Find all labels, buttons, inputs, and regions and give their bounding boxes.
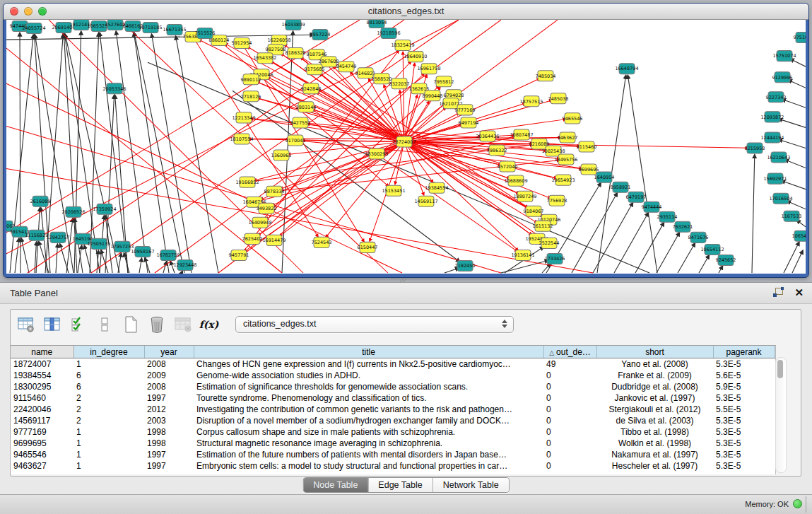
graph-edge[interactable] <box>635 223 664 273</box>
graph-edge[interactable] <box>572 192 618 272</box>
graph-node[interactable]: 7986322 <box>487 145 507 156</box>
graph-node[interactable]: 8454749 <box>336 62 357 72</box>
scrollbar-thumb[interactable] <box>777 360 783 378</box>
graph-node[interactable]: 12213349 <box>232 112 255 123</box>
graph-edge[interactable] <box>628 75 657 273</box>
table-vertical-scrollbar[interactable] <box>775 357 787 473</box>
tab-edge-table[interactable]: Edge Table <box>368 478 433 492</box>
graph-node[interactable]: 2718126 <box>241 91 261 102</box>
graph-edge[interactable] <box>134 33 184 273</box>
graph-node[interactable]: 9245652 <box>716 255 736 265</box>
close-panel-icon[interactable]: ✕ <box>794 287 804 298</box>
graph-node[interactable]: 5912954 <box>232 38 252 49</box>
graph-edge[interactable] <box>699 255 710 273</box>
column-header-title[interactable]: title <box>194 346 543 358</box>
node-table[interactable]: namein_degreeyeartitle△out_de…shortpager… <box>11 345 776 474</box>
graph-edge[interactable] <box>21 238 29 273</box>
graph-edge[interactable] <box>56 244 57 273</box>
graph-edge[interactable] <box>139 258 142 273</box>
graph-node[interactable]: 12942757 <box>46 232 69 243</box>
network-view-window[interactable]: citations_edges.txt 18724007756382288601… <box>4 4 808 277</box>
graph-edge[interactable] <box>788 80 806 88</box>
graph-node[interactable]: 9699695 <box>579 164 599 175</box>
graph-node[interactable]: 9457791 <box>229 250 249 260</box>
row-height-icon[interactable] <box>95 315 114 334</box>
graph-node[interactable]: 6150447 <box>358 242 378 252</box>
graph-node[interactable]: 9115460 <box>577 141 597 152</box>
graph-node[interactable]: 17359924 <box>93 204 116 214</box>
table-row[interactable]: 911546021997Tourette syndrome. Phenomeno… <box>11 392 775 404</box>
graph-node[interactable]: 8427552 <box>290 117 311 128</box>
graph-node[interactable]: 8322037 <box>389 78 410 89</box>
graph-node[interactable]: 18757515 <box>519 96 543 107</box>
graph-node[interactable]: 20206526 <box>61 206 85 217</box>
graph-node[interactable]: 6479197 <box>626 192 647 202</box>
graph-node[interactable]: 16782759 <box>156 250 180 260</box>
graph-node[interactable]: 15692971 <box>763 173 787 184</box>
graph-edge[interactable] <box>784 160 806 168</box>
graph-node[interactable]: 16671355 <box>163 25 186 35</box>
graph-node[interactable]: 7524543 <box>312 237 332 247</box>
graph-edge[interactable] <box>404 95 418 142</box>
graph-node[interactable]: 12093872 <box>760 112 784 122</box>
table-row[interactable]: 2242004622012Investigating the contribut… <box>11 404 775 415</box>
graph-node[interactable]: 8215958 <box>745 143 765 153</box>
delete-icon[interactable] <box>147 315 166 334</box>
table-row[interactable]: 1872400712008Changes of HCN gene express… <box>11 358 775 370</box>
graph-node[interactable]: 3493822 <box>257 203 277 214</box>
column-header-year[interactable]: year <box>144 346 194 358</box>
table-row[interactable]: 1456911722003Disruption of a novel membe… <box>11 415 775 426</box>
graph-node[interactable]: 19654923 <box>551 175 575 185</box>
table-row[interactable]: 969969511998Structural magnetic resonanc… <box>11 438 775 449</box>
graph-node[interactable]: 9751074 <box>794 33 806 43</box>
graph-edge[interactable] <box>719 266 723 273</box>
graph-edge[interactable] <box>779 139 806 148</box>
graph-edge[interactable] <box>790 59 806 66</box>
graph-edge[interactable] <box>151 34 192 273</box>
graph-node[interactable]: 7485034 <box>536 71 556 81</box>
graph-node[interactable]: 2522544 <box>539 238 560 248</box>
graph-edge[interactable] <box>787 201 806 209</box>
graph-node[interactable]: 19166852 <box>235 177 259 187</box>
graph-node[interactable]: 8813054 <box>367 20 387 28</box>
table-row[interactable]: 977716911998Corpus callosum shape and si… <box>11 426 775 438</box>
table-panel-titlebar[interactable]: Table Panel ✕ <box>0 283 812 304</box>
column-header-name[interactable]: name <box>11 346 73 358</box>
graph-node[interactable]: 16961758 <box>417 64 440 74</box>
graph-node[interactable]: 8186328 <box>286 48 306 59</box>
graph-node[interactable]: 9184067 <box>524 206 544 216</box>
graph-node[interactable]: 1640954 <box>594 172 615 182</box>
graph-edge[interactable] <box>254 141 404 180</box>
graph-node[interactable]: 1167533 <box>782 211 802 221</box>
column-header-in_degree[interactable]: in_degree <box>73 346 144 358</box>
tab-network-table[interactable]: Network Table <box>433 478 509 492</box>
table-settings-icon[interactable] <box>16 315 35 334</box>
graph-node[interactable]: 4572040 <box>498 161 518 172</box>
graph-node[interactable]: 9175685 <box>305 64 325 75</box>
table-row[interactable]: 1938455462009Genome-wide association stu… <box>11 370 775 381</box>
graph-node[interactable]: 7485038 <box>548 93 569 104</box>
graph-node[interactable]: 8878334 <box>264 186 285 197</box>
network-canvas[interactable]: 1872400775638228860124591295416226058982… <box>6 20 806 274</box>
graph-node[interactable]: 16210643 <box>767 152 790 163</box>
column-header-short[interactable]: short <box>596 346 713 358</box>
select-rows-icon[interactable] <box>69 315 88 334</box>
graph-edge[interactable] <box>6 83 402 273</box>
graph-node[interactable]: 10688609 <box>504 175 527 186</box>
graph-node[interactable]: 7515526 <box>195 28 216 39</box>
graph-node[interactable]: 7625402 <box>242 233 263 244</box>
graph-node[interactable]: 8990448 <box>423 90 443 101</box>
graph-node[interactable]: 2192450 <box>455 260 476 271</box>
graph-node[interactable]: 16648794 <box>615 64 638 74</box>
graph-node[interactable]: 1733426 <box>545 253 565 264</box>
graph-edge[interactable] <box>100 33 128 273</box>
graph-node[interactable]: 18640910 <box>404 52 427 62</box>
network-graph-svg[interactable]: 1872400775638228860124591295416226058982… <box>6 20 806 274</box>
graph-node[interactable]: 7857224 <box>310 30 331 40</box>
table-row[interactable]: 946554611997Estimation of the future num… <box>11 449 775 460</box>
column-header-pagerank[interactable]: pagerank <box>713 346 775 358</box>
graph-node[interactable]: 9463627 <box>558 132 578 143</box>
function-builder-icon[interactable]: f(x) <box>199 315 218 334</box>
graph-edge[interactable] <box>792 250 803 273</box>
graph-node[interactable]: 18325419 <box>391 40 414 51</box>
